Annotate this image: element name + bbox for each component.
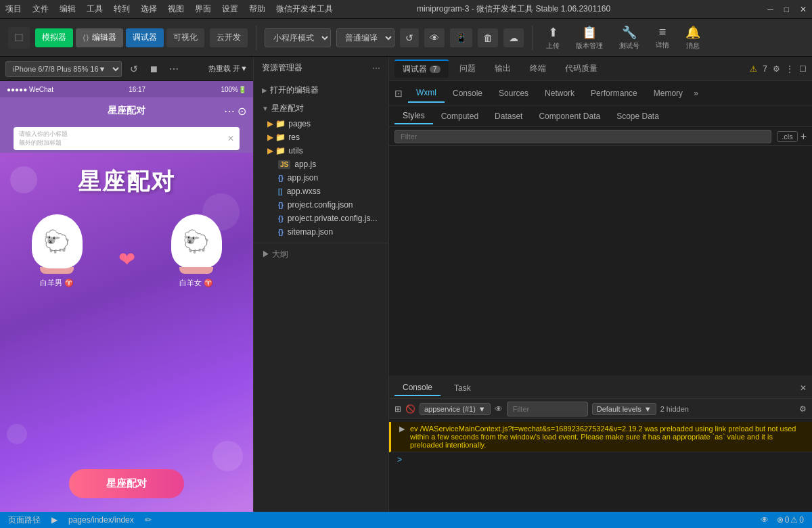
phone-stop[interactable]: ⏹ [146, 62, 161, 76]
tab-codequality[interactable]: 代码质量 [557, 60, 606, 77]
file-panel-more[interactable]: ⋯ [372, 64, 380, 73]
warning-expand[interactable]: ▶ [399, 425, 405, 433]
menu-item-settings[interactable]: 设置 [222, 3, 238, 15]
visualize-button[interactable]: 可视化 [166, 28, 204, 47]
section-open-editors-header[interactable]: ▶ 打开的编辑器 [254, 82, 388, 99]
status-path-value[interactable]: pages/index/index [68, 515, 134, 525]
subtab-memory[interactable]: Memory [646, 85, 691, 102]
subtab-sources[interactable]: Sources [491, 85, 537, 102]
subtab-performance[interactable]: Performance [583, 85, 646, 102]
style-tab-componentdata[interactable]: Component Data [531, 109, 608, 124]
debugger-button[interactable]: 调试器 [126, 28, 164, 47]
version-section[interactable]: 📋 版本管理 [570, 24, 608, 52]
devtools-tab-icons: ⚠ 7 ⚙ ⋮ ☐ [750, 64, 807, 74]
menu-item-project[interactable]: 项目 [5, 3, 22, 15]
menu-item-tool[interactable]: 工具 [87, 3, 103, 15]
upload-section[interactable]: ⬆ 上传 [541, 24, 565, 52]
window-close[interactable]: ✕ [800, 5, 807, 14]
file-appwxss[interactable]: [] app.wxss [254, 185, 388, 198]
console-tab-task[interactable]: Task [446, 381, 479, 395]
mode-select[interactable]: 小程序模式 [265, 28, 331, 47]
simulator-button[interactable]: 模拟器 [35, 28, 73, 47]
window-minimize[interactable]: ─ [767, 5, 773, 14]
level-select[interactable]: Default levels ▼ [592, 403, 656, 415]
file-appjson[interactable]: {} app.json [254, 171, 388, 185]
notification-section[interactable]: 🔔 消息 [680, 24, 706, 52]
style-tab-computed-label: Computed [441, 112, 478, 121]
console-settings-icon[interactable]: ⚙ [799, 404, 807, 414]
mode-group: 模拟器 ⟨⟩ 编辑器 调试器 可视化 [35, 28, 204, 47]
subtab-console[interactable]: Console [445, 85, 491, 102]
match-button[interactable]: 星座配对 [69, 469, 184, 498]
menu-item-view[interactable]: 视图 [168, 3, 184, 15]
menu-item-file[interactable]: 文件 [32, 3, 49, 15]
detail-section[interactable]: ≡ 详情 [650, 24, 675, 51]
style-tab-dataset[interactable]: Dataset [487, 109, 531, 124]
tab-issues[interactable]: 问题 [451, 60, 484, 77]
phone-nav-more[interactable]: ⋯ ⊙ [224, 105, 246, 118]
section-project-header[interactable]: ▼ 星座配对 [254, 100, 388, 117]
menu-item-interface[interactable]: 界面 [195, 3, 211, 15]
console-filter-input[interactable] [507, 402, 588, 416]
folder-pages[interactable]: ▶ 📁 pages [254, 117, 388, 130]
file-sitemap[interactable]: {} sitemap.json [254, 225, 388, 239]
clear-button[interactable]: 🗑 [478, 28, 498, 47]
console-clear-icon[interactable]: 🚫 [405, 404, 415, 414]
menu-item-goto[interactable]: 转到 [114, 3, 130, 15]
console-tab-console[interactable]: Console [394, 380, 441, 396]
subtab-network[interactable]: Network [537, 85, 583, 102]
console-input[interactable] [405, 456, 804, 464]
tab-debugger-label: 调试器 [403, 64, 427, 75]
folder-utils[interactable]: ▶ 📁 utils [254, 144, 388, 158]
status-eye-icon[interactable]: 👁 [761, 515, 769, 525]
cls-button[interactable]: .cls [777, 131, 798, 142]
phone-more[interactable]: ⋯ [166, 62, 181, 76]
file-projectconfig[interactable]: {} project.config.json [254, 198, 388, 212]
add-style-button[interactable]: + [800, 130, 807, 143]
wifi-button[interactable]: 📱 [450, 28, 472, 47]
cloud-button[interactable]: 云开发 [210, 28, 248, 47]
window-maximize[interactable]: □ [784, 5, 789, 14]
tab-debugger[interactable]: 调试器 7 [394, 59, 449, 78]
file-appjs[interactable]: JS app.js [254, 158, 388, 171]
settings-icon[interactable]: ⚙ [773, 64, 780, 74]
tab-debugger-badge: 7 [430, 66, 441, 73]
style-tab-scopedata[interactable]: Scope Data [608, 109, 667, 124]
status-path-arrow: ▶ [51, 515, 58, 525]
menu-item-wechat[interactable]: 微信开发者工具 [276, 3, 333, 15]
refresh-button[interactable]: ↺ [400, 28, 419, 47]
console-eye-icon[interactable]: 👁 [495, 404, 503, 414]
editor-button[interactable]: ⟨⟩ 编辑器 [76, 28, 123, 47]
device-select[interactable]: iPhone 6/7/8 Plus 85% 16▼ [5, 61, 122, 77]
close-devtools-icon[interactable]: ☐ [799, 64, 807, 74]
devtools-panel: 调试器 7 问题 输出 终端 代码质量 ⚠ 7 ⚙ ⋮ ☐ [389, 57, 812, 512]
subtab-wxml[interactable]: Wxml [408, 84, 445, 103]
element-selector-icon[interactable]: ⊡ [394, 88, 403, 99]
preview-icon-button[interactable]: 👁 [424, 28, 445, 47]
cloud-icon-button[interactable]: ☁ [503, 28, 524, 47]
filter-input[interactable] [394, 130, 771, 143]
test-section[interactable]: 🔧 测试号 [614, 24, 645, 52]
style-tab-styles[interactable]: Styles [394, 108, 433, 124]
compile-select[interactable]: 普通编译 [336, 28, 394, 47]
notification-icon: 🔔 [685, 25, 700, 40]
status-errors: ⊗ 0 ⚠ 0 [777, 515, 804, 525]
phone-refresh[interactable]: ↺ [127, 62, 141, 76]
folder-res[interactable]: ▶ 📁 res [254, 130, 388, 144]
file-projectprivate[interactable]: {} project.private.config.js... [254, 212, 388, 225]
hotreload-toggle[interactable]: 热重载 开▼ [208, 64, 248, 74]
tab-terminal[interactable]: 终端 [522, 60, 554, 77]
more-icon[interactable]: ⋮ [786, 64, 794, 74]
more-tabs-icon[interactable]: » [694, 89, 698, 98]
menu-item-select[interactable]: 选择 [141, 3, 157, 15]
menu-item-help[interactable]: 帮助 [249, 3, 265, 15]
popup-close[interactable]: ✕ [227, 134, 234, 143]
console-source[interactable]: appservice (#1) ▼ [420, 403, 491, 415]
tab-output[interactable]: 输出 [487, 60, 519, 77]
console-close-btn[interactable]: ✕ [800, 383, 807, 393]
console-sidebar-icon[interactable]: ⊞ [394, 404, 401, 414]
style-tab-computed[interactable]: Computed [433, 109, 487, 124]
expand-section[interactable]: ▶ 大纲 [254, 243, 388, 266]
status-edit-icon[interactable]: ✏ [145, 515, 152, 525]
menu-item-edit[interactable]: 编辑 [60, 3, 76, 15]
